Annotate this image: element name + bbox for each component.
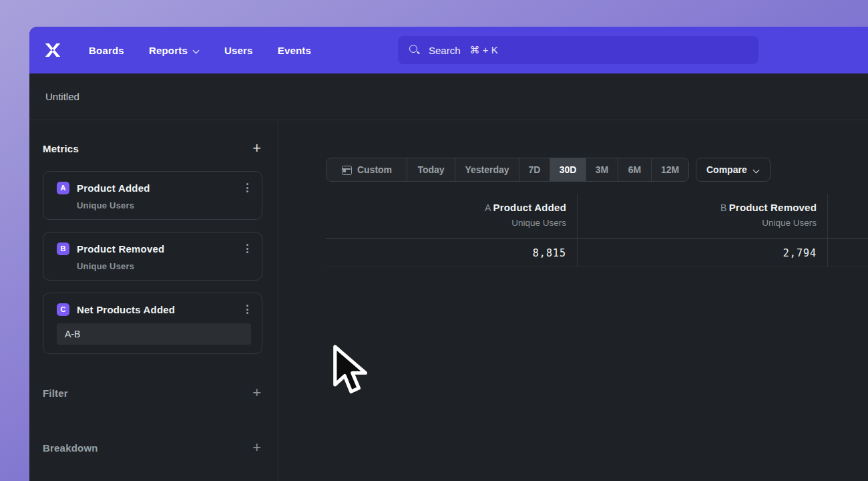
app-window: Boards Reports Users Events Search ⌘ + K…	[29, 27, 868, 481]
column-header-partial	[828, 194, 868, 238]
nav-item-events[interactable]: Events	[278, 45, 311, 56]
search-shortcut: ⌘ + K	[470, 44, 498, 56]
compare-label: Compare	[706, 164, 747, 175]
doc-header: Untitled	[29, 73, 868, 120]
calendar-icon	[341, 164, 352, 175]
metric-card-a[interactable]: A Product Added Unique Users	[43, 171, 262, 220]
range-option-yesterday[interactable]: Yesterday	[455, 158, 519, 181]
range-option-today[interactable]: Today	[407, 158, 455, 181]
metric-title: Net Products Added	[77, 304, 175, 315]
kebab-menu-icon[interactable]	[244, 303, 251, 316]
range-option-3m[interactable]: 3M	[586, 158, 618, 181]
chevron-down-icon	[753, 166, 760, 173]
column-prefix: B	[720, 202, 727, 213]
range-option-7d[interactable]: 7D	[519, 158, 550, 181]
breakdown-label: Breakdown	[43, 442, 98, 454]
metrics-label: Metrics	[43, 143, 79, 154]
metric-card-b[interactable]: B Product Removed Unique Users	[43, 232, 262, 281]
chevron-down-icon	[193, 47, 200, 53]
metric-badge-a: A	[57, 182, 69, 194]
column-header-a[interactable]: AProduct Added Unique Users	[326, 194, 578, 238]
metric-subtitle[interactable]: Unique Users	[77, 200, 251, 210]
column-subtitle: Unique Users	[326, 218, 566, 228]
metric-subtitle[interactable]: Unique Users	[77, 261, 251, 271]
nav-item-users[interactable]: Users	[224, 45, 253, 56]
breakdown-section: Breakdown +	[43, 440, 262, 456]
filter-section: Filter +	[43, 385, 262, 401]
kebab-menu-icon[interactable]	[244, 242, 251, 255]
metric-title: Product Removed	[77, 243, 164, 255]
results-table: AProduct Added Unique Users BProduct Rem…	[326, 194, 868, 267]
compare-button[interactable]: Compare	[696, 158, 771, 182]
add-breakdown-button[interactable]: +	[251, 441, 262, 454]
filter-label: Filter	[43, 387, 68, 399]
metric-value: 2,794	[783, 247, 817, 259]
column-title: Product Removed	[729, 202, 817, 213]
nav-item-reports[interactable]: Reports	[149, 45, 200, 56]
search-input[interactable]: Search ⌘ + K	[398, 36, 758, 64]
date-range-control: Custom Today Yesterday 7D 30D 3M 6M 12M	[326, 158, 689, 182]
value-cell-a[interactable]: 8,815	[326, 239, 578, 267]
column-header-b[interactable]: BProduct Removed Unique Users	[578, 194, 828, 238]
nav-item-reports-label: Reports	[149, 45, 188, 56]
kebab-menu-icon[interactable]	[244, 181, 251, 194]
range-option-6m[interactable]: 6M	[618, 158, 651, 181]
value-cell-b[interactable]: 2,794	[578, 239, 828, 267]
range-option-label: Custom	[357, 164, 392, 175]
metric-badge-b: B	[57, 243, 69, 255]
top-nav: Boards Reports Users Events Search ⌘ + K	[29, 27, 868, 73]
search-placeholder: Search	[429, 45, 461, 56]
table-value-row: 8,815 2,794	[326, 239, 868, 267]
column-prefix: A	[485, 202, 491, 213]
range-option-30d-selected[interactable]: 30D	[550, 158, 586, 181]
metric-badge-c: C	[57, 303, 69, 316]
metric-card-c[interactable]: C Net Products Added A-B	[43, 293, 262, 354]
formula-input[interactable]: A-B	[57, 323, 251, 345]
main-panel: Custom Today Yesterday 7D 30D 3M 6M 12M …	[278, 120, 868, 481]
mouse-cursor-icon	[332, 344, 368, 397]
range-option-custom[interactable]: Custom	[327, 158, 407, 181]
page-title[interactable]: Untitled	[45, 91, 79, 102]
search-icon	[409, 44, 421, 56]
metric-value: 8,815	[533, 247, 566, 259]
mixpanel-logo-icon[interactable]	[41, 39, 64, 61]
range-option-12m[interactable]: 12M	[651, 158, 688, 181]
table-header-row: AProduct Added Unique Users BProduct Rem…	[326, 194, 868, 239]
add-filter-button[interactable]: +	[251, 386, 262, 399]
add-metric-button[interactable]: +	[251, 142, 262, 155]
nav-item-boards[interactable]: Boards	[89, 45, 124, 56]
column-title: Product Added	[493, 202, 566, 213]
metrics-header: Metrics +	[43, 140, 262, 156]
metric-title: Product Added	[77, 182, 150, 194]
column-subtitle: Unique Users	[578, 218, 817, 228]
sidebar: Metrics + A Product Added Unique Users B…	[29, 120, 278, 481]
value-cell-partial	[828, 239, 868, 267]
